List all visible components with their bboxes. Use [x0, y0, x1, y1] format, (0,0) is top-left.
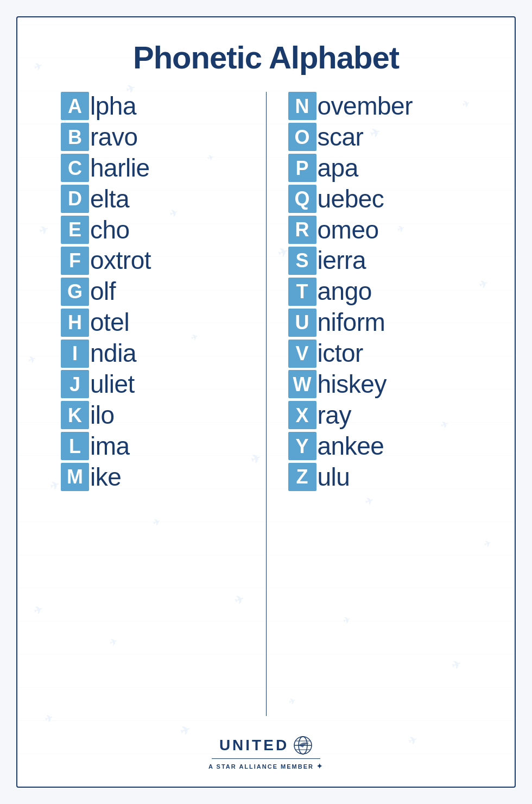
list-item: Yankee — [288, 432, 472, 461]
word-rest: ango — [318, 277, 372, 306]
list-item: India — [61, 339, 244, 368]
letter-box: K — [61, 401, 89, 429]
word-rest: ovember — [318, 92, 413, 121]
left-column: AlphaBravoCharlieDeltaEchoFoxtrotGolfHot… — [50, 92, 267, 716]
list-item: Bravo — [61, 123, 244, 152]
word-rest: uliet — [90, 370, 135, 399]
word-rest: hiskey — [318, 370, 387, 399]
right-column: NovemberOscarPapaQuebecRomeoSierraTangoU… — [267, 92, 483, 716]
list-item: Delta — [61, 185, 244, 213]
word-rest: niform — [318, 308, 385, 337]
letter-box: R — [288, 216, 316, 244]
word-rest: ierra — [318, 246, 366, 275]
letter-box: S — [288, 247, 316, 275]
list-item: Juliet — [61, 370, 244, 399]
letter-box: A — [61, 92, 89, 120]
list-item: Foxtrot — [61, 246, 244, 275]
list-item: Kilo — [61, 401, 244, 430]
word-rest: ndia — [90, 339, 136, 368]
list-item: Romeo — [288, 216, 472, 244]
list-item: Victor — [288, 339, 472, 368]
letter-box: C — [61, 154, 89, 182]
letter-box: D — [61, 185, 89, 213]
list-item: Quebec — [288, 185, 472, 213]
list-item: Papa — [288, 154, 472, 183]
word-rest: elta — [90, 185, 129, 213]
letter-box: P — [288, 154, 316, 182]
card: ✈ ✈ ✈ ✈ ✈ ✈ ✈ ✈ ✈ ✈ ✈ ✈ ✈ ✈ ✈ ✈ ✈ ✈ ✈ ✈ … — [16, 16, 516, 788]
word-rest: omeo — [318, 216, 379, 244]
letter-box: Q — [288, 185, 316, 213]
letter-box: M — [61, 463, 89, 491]
letter-box: X — [288, 401, 316, 429]
list-item: Oscar — [288, 123, 472, 152]
word-rest: ankee — [318, 432, 384, 461]
star-alliance: A STAR ALLIANCE MEMBER ✦ — [208, 762, 324, 770]
list-item: Lima — [61, 432, 244, 461]
word-rest: scar — [318, 123, 364, 152]
word-rest: ike — [90, 463, 121, 492]
page-title: Phonetic Alphabet — [133, 39, 399, 76]
word-rest: ictor — [318, 339, 363, 368]
globe-icon — [293, 736, 313, 755]
letter-box: J — [61, 370, 89, 398]
letter-box: I — [61, 340, 89, 368]
word-rest: ima — [90, 432, 130, 461]
word-rest: otel — [90, 308, 129, 337]
letter-box: O — [288, 123, 316, 151]
list-item: Mike — [61, 463, 244, 492]
list-item: Sierra — [288, 246, 472, 275]
letter-box: W — [288, 370, 316, 398]
list-item: Golf — [61, 277, 244, 306]
letter-box: Z — [288, 463, 316, 491]
list-item: Echo — [61, 216, 244, 244]
letter-box: G — [61, 278, 89, 306]
list-item: Zulu — [288, 463, 472, 492]
letter-box: T — [288, 278, 316, 306]
list-item: Uniform — [288, 308, 472, 337]
word-rest: ray — [318, 401, 351, 430]
letter-box: N — [288, 92, 316, 120]
letter-box: V — [288, 340, 316, 368]
letter-box: U — [288, 309, 316, 337]
list-item: Xray — [288, 401, 472, 430]
letter-box: F — [61, 247, 89, 275]
list-item: Charlie — [61, 154, 244, 183]
word-rest: oxtrot — [90, 246, 151, 275]
letter-box: L — [61, 432, 89, 460]
alphabet-grid: AlphaBravoCharlieDeltaEchoFoxtrotGolfHot… — [50, 92, 482, 716]
word-rest: apa — [318, 154, 358, 183]
word-rest: ulu — [318, 463, 350, 492]
letter-box: Y — [288, 432, 316, 460]
list-item: Tango — [288, 277, 472, 306]
list-item: Whiskey — [288, 370, 472, 399]
word-rest: lpha — [90, 92, 136, 121]
list-item: Hotel — [61, 308, 244, 337]
united-logo: UNITED — [219, 736, 313, 755]
star-alliance-icon: ✦ — [316, 762, 324, 770]
letter-box: H — [61, 309, 89, 337]
word-rest: ilo — [90, 401, 115, 430]
list-item: November — [288, 92, 472, 121]
word-rest: harlie — [90, 154, 150, 183]
word-rest: cho — [90, 216, 130, 244]
footer-divider — [212, 758, 320, 759]
list-item: Alpha — [61, 92, 244, 121]
footer: UNITED A STAR ALLIANCE MEMBER ✦ — [208, 727, 324, 771]
word-rest: olf — [90, 277, 116, 306]
letter-box: B — [61, 123, 89, 151]
word-rest: ravo — [90, 123, 137, 152]
brand-name: UNITED — [219, 737, 289, 754]
word-rest: uebec — [318, 185, 384, 213]
letter-box: E — [61, 216, 89, 244]
